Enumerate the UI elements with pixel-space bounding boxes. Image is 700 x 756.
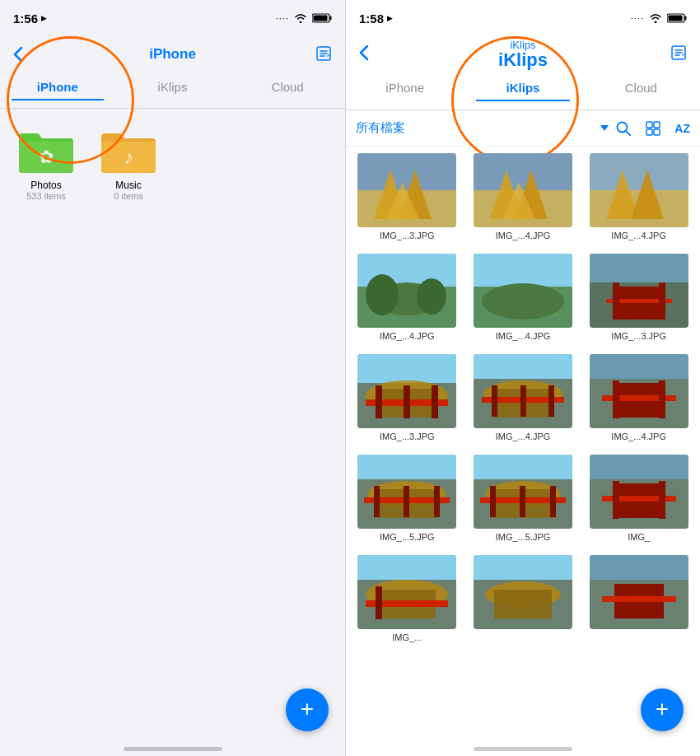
svg-rect-97 xyxy=(494,590,552,618)
svg-rect-73 xyxy=(404,486,409,517)
svg-rect-17 xyxy=(357,153,456,190)
right-fab-button[interactable]: + xyxy=(641,688,684,731)
file-thumb-5-2 xyxy=(474,555,572,629)
left-edit-button[interactable] xyxy=(315,45,332,64)
left-location-icon: ▸ xyxy=(41,12,46,24)
svg-rect-42 xyxy=(613,282,619,320)
svg-text:♪: ♪ xyxy=(124,146,133,168)
svg-rect-80 xyxy=(550,486,556,517)
svg-rect-72 xyxy=(434,486,440,517)
svg-rect-14 xyxy=(646,129,652,135)
file-name-4-1: IMG_...5.JPG xyxy=(380,532,435,542)
left-tab-iphone[interactable]: iPhone xyxy=(0,80,115,100)
right-status-icons: ···· xyxy=(631,13,687,23)
right-nav-top-row: iKlips iKlips xyxy=(346,36,700,72)
left-time-text: 1:56 xyxy=(13,12,38,26)
right-time: 1:58 ▸ xyxy=(359,12,392,26)
svg-rect-36 xyxy=(474,254,572,287)
right-time-text: 1:58 xyxy=(359,12,384,26)
svg-rect-2 xyxy=(314,16,328,21)
svg-point-37 xyxy=(482,283,564,320)
search-icon[interactable] xyxy=(615,120,632,137)
left-tab-cloud[interactable]: Cloud xyxy=(230,80,345,100)
folder-photos[interactable]: ✿ Photos 533 items xyxy=(13,125,79,201)
grid-cell-3-2[interactable]: IMG_...4.JPG xyxy=(469,354,578,441)
svg-rect-50 xyxy=(432,385,438,418)
right-signal-icon: ···· xyxy=(631,13,644,23)
file-thumb-4-3 xyxy=(590,455,688,529)
left-tab-iklips[interactable]: iKlips xyxy=(115,80,231,100)
svg-rect-64 xyxy=(613,380,619,418)
file-name-2-3: IMG_...3.JPG xyxy=(611,331,666,341)
right-file-grid: IMG_...3.JPG IMG_...4.JPG xyxy=(346,147,700,756)
right-wifi-icon xyxy=(649,13,662,23)
right-tab-iklips[interactable]: iKlips xyxy=(464,81,581,101)
svg-rect-93 xyxy=(376,586,382,619)
svg-rect-15 xyxy=(654,129,660,135)
right-tab-iphone[interactable]: iPhone xyxy=(346,81,464,101)
grid-cell-1-2[interactable]: IMG_...4.JPG xyxy=(469,153,578,240)
svg-rect-87 xyxy=(659,481,665,519)
grid-cell-5-3[interactable] xyxy=(584,555,693,642)
right-status-bar: 1:58 ▸ ···· xyxy=(346,0,700,36)
grid-cell-2-2[interactable]: IMG_...4.JPG xyxy=(469,254,578,341)
file-thumb-4-2 xyxy=(474,455,572,529)
grid-cell-3-3[interactable]: IMG_...4.JPG xyxy=(584,354,693,441)
svg-rect-95 xyxy=(474,555,572,580)
left-status-bar: 1:56 ▸ ···· xyxy=(0,0,345,36)
grid-cell-5-1[interactable]: IMG_... xyxy=(352,555,462,642)
sort-az-icon[interactable]: AZ xyxy=(674,122,690,135)
left-fab-button[interactable]: + xyxy=(286,688,329,731)
file-thumb-1-1 xyxy=(357,153,456,227)
toolbar-title-text: 所有檔案 xyxy=(356,120,590,136)
file-name-4-3: IMG_ xyxy=(628,532,650,542)
svg-text:✿: ✿ xyxy=(39,147,54,167)
left-nav-title: iPhone xyxy=(149,46,196,63)
folder-photos-icon: ✿ xyxy=(17,125,75,175)
grid-row-4: IMG_...5.JPG IMG_...5.JPG xyxy=(352,455,693,542)
svg-point-34 xyxy=(417,278,446,315)
right-location-icon: ▸ xyxy=(387,12,392,24)
grid-cell-4-2[interactable]: IMG_...5.JPG xyxy=(469,455,578,542)
svg-rect-61 xyxy=(590,354,688,379)
grid-icon[interactable] xyxy=(645,120,661,137)
folder-music[interactable]: ♪ Music 0 items xyxy=(96,125,161,201)
grid-cell-1-1[interactable]: IMG_...3.JPG xyxy=(352,153,462,240)
grid-cell-4-1[interactable]: IMG_...5.JPG xyxy=(352,455,462,542)
svg-point-33 xyxy=(366,274,399,315)
left-back-button[interactable] xyxy=(13,46,23,63)
file-name-3-1: IMG_...3.JPG xyxy=(380,432,435,441)
left-tabs-bar: iPhone iKlips Cloud xyxy=(0,72,345,109)
folder-music-name: Music xyxy=(115,180,141,191)
right-tab-cloud[interactable]: Cloud xyxy=(582,81,700,101)
svg-rect-65 xyxy=(659,380,665,418)
file-thumb-5-3 xyxy=(590,555,688,629)
grid-cell-4-3[interactable]: IMG_ xyxy=(584,455,693,542)
file-thumb-1-3 xyxy=(590,153,688,227)
file-name-1-2: IMG_...4.JPG xyxy=(496,231,551,240)
folder-music-icon: ♪ xyxy=(100,125,157,175)
grid-cell-1-3[interactable]: IMG_...4.JPG xyxy=(584,153,693,240)
right-back-button[interactable] xyxy=(359,43,369,66)
battery-icon xyxy=(312,13,332,23)
svg-rect-27 xyxy=(590,153,688,190)
svg-rect-58 xyxy=(548,385,554,417)
svg-rect-49 xyxy=(376,385,382,418)
right-title-block: iKlips iKlips xyxy=(498,39,548,71)
toolbar-icons: AZ xyxy=(615,120,690,137)
grid-cell-2-3[interactable]: IMG_...3.JPG xyxy=(584,254,693,341)
right-edit-button[interactable] xyxy=(670,44,687,64)
grid-cell-3-1[interactable]: IMG_...3.JPG xyxy=(352,354,462,441)
right-toolbar: 所有檔案 AZ xyxy=(346,110,700,147)
folder-music-count: 0 items xyxy=(114,191,142,201)
file-thumb-4-1 xyxy=(357,455,456,529)
svg-rect-71 xyxy=(374,486,380,517)
file-name-1-3: IMG_...4.JPG xyxy=(611,231,666,240)
right-panel: 1:58 ▸ ···· iKlips xyxy=(346,0,700,756)
grid-cell-2-1[interactable]: IMG_...4.JPG xyxy=(352,254,462,341)
dropdown-chevron-icon[interactable] xyxy=(600,125,609,131)
grid-cell-5-2[interactable] xyxy=(469,555,578,642)
left-fab-icon: + xyxy=(301,698,314,721)
svg-rect-101 xyxy=(602,596,676,602)
right-home-indicator xyxy=(474,747,572,751)
